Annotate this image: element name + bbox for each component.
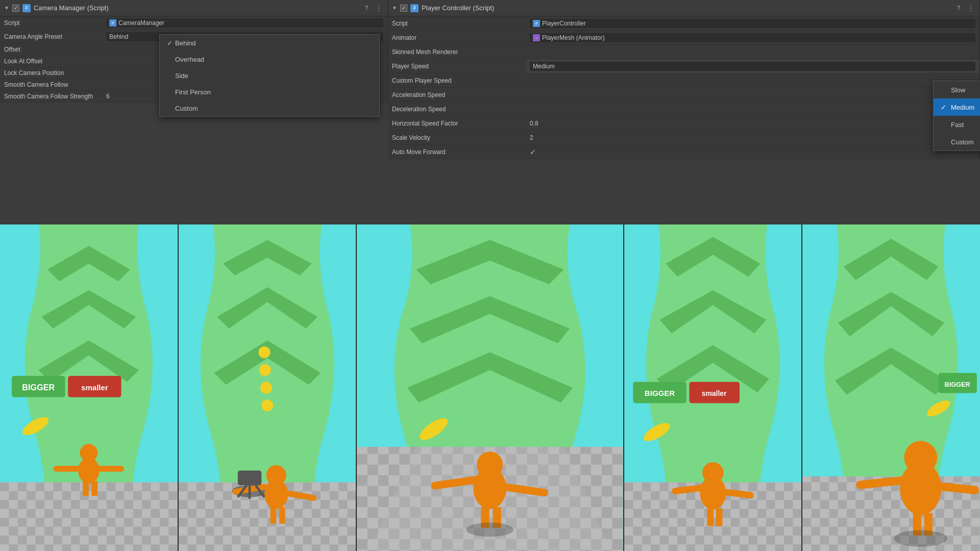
offset-label: Offset <box>4 46 106 53</box>
pc-script-asset[interactable]: # PlayerController <box>530 19 975 28</box>
pc-speed-value: Medium <box>533 63 555 70</box>
dropdown-item-side[interactable]: Side <box>160 67 379 84</box>
pc-custompspeed-value-row <box>526 73 979 88</box>
pc-hspeedfactor-row: Horizontal Speed Factor <box>388 116 526 131</box>
svg-point-47 <box>467 522 514 537</box>
pc-decelspeed-value-row <box>526 102 979 116</box>
dropdown-item-firstperson[interactable]: First Person <box>160 84 379 100</box>
speed-label-custom: Custom <box>951 138 974 146</box>
pc-script-row: Script <box>388 16 526 31</box>
smooth-camera-label: Smooth Camera Follow <box>4 81 106 88</box>
component-enabled-checkbox[interactable]: ✓ <box>12 5 19 12</box>
svg-rect-7 <box>53 466 86 472</box>
pc-enabled-checkbox[interactable]: ✓ <box>400 5 407 12</box>
player-controller-panel: ▼ ✓ # Player Controller (Script) ? ⋮ Scr… <box>388 0 980 159</box>
script-asset-name: CameraManager <box>118 19 164 27</box>
player-speed-dropdown: Slow ✓ Medium Fast Custom <box>933 81 980 151</box>
player-controller-title: Player Controller (Script) <box>422 4 951 12</box>
pc-help-button[interactable]: ? <box>954 4 963 13</box>
svg-point-42 <box>477 452 503 478</box>
context-menu-button[interactable]: ⋮ <box>374 4 383 13</box>
dropdown-item-overhead[interactable]: Overhead <box>160 51 379 67</box>
pc-scalevel-value[interactable]: 2 <box>530 134 975 141</box>
pc-hspeedfactor-value-row[interactable]: 0.8 <box>526 116 979 131</box>
pc-labels-column: Script Animator Skinned Mesh Renderer Pl… <box>388 16 526 159</box>
pc-animator-value-row[interactable]: → PlayerMesh (Animator) <box>526 31 979 45</box>
checkmark-behind: ✓ <box>167 39 175 47</box>
pc-context-button[interactable]: ⋮ <box>966 4 975 13</box>
svg-point-79 <box>894 530 947 546</box>
pc-accelspeed-label: Acceleration Speed <box>392 91 494 98</box>
pc-playerspeed-value-row[interactable]: Medium <box>526 59 979 73</box>
svg-text:BIGGER: BIGGER <box>22 383 55 392</box>
svg-point-74 <box>904 441 938 474</box>
pc-scalevel-row: Scale Velocity <box>388 131 526 145</box>
script-icon: # <box>22 4 31 12</box>
svg-rect-26 <box>270 507 276 523</box>
game-panel-4: BIGGER smaller <box>624 224 803 551</box>
camera-manager-panel: ▼ ✓ # Camera Manager (Script) ? ⋮ Script… <box>0 0 388 103</box>
svg-text:BIGGER: BIGGER <box>645 389 675 397</box>
pc-playerspeed-row: Player Speed <box>388 59 526 73</box>
speed-item-medium[interactable]: ✓ Medium <box>934 98 980 116</box>
pc-autoforward-value-row[interactable]: ✓ <box>526 145 979 159</box>
pc-autoforward-row: Auto Move Forward <box>388 145 526 159</box>
pc-collapse-arrow[interactable]: ▼ <box>392 5 397 11</box>
dropdown-item-custom[interactable]: Custom <box>160 100 379 116</box>
pc-speed-selector[interactable]: Medium <box>530 62 975 71</box>
pc-script-name: PlayerController <box>542 20 586 27</box>
camera-angle-selected: Behind <box>109 33 128 40</box>
svg-rect-63 <box>707 508 714 526</box>
pc-animator-label: Animator <box>392 34 494 41</box>
svg-text:smaller: smaller <box>702 389 727 397</box>
inspector-overlay: ▼ ✓ # Camera Manager (Script) ? ⋮ Script… <box>0 0 980 224</box>
pc-animator-icon: → <box>533 34 540 41</box>
svg-point-60 <box>702 462 724 484</box>
pc-accelspeed-value-row <box>526 88 979 102</box>
pc-hspeedfactor-label: Horizontal Speed Factor <box>392 120 494 127</box>
speed-item-fast[interactable]: Fast <box>934 116 980 133</box>
dropdown-label-firstperson: First Person <box>175 88 211 96</box>
svg-point-29 <box>260 382 272 393</box>
pc-animator-asset[interactable]: → PlayerMesh (Animator) <box>530 33 975 42</box>
pc-scalevel-value-row[interactable]: 2 <box>526 131 979 145</box>
dropdown-label-side: Side <box>175 72 188 80</box>
camera-angle-dropdown: ✓ Behind Overhead Side First Person Cust… <box>159 34 380 117</box>
speed-item-slow[interactable]: Slow <box>934 81 980 98</box>
svg-rect-10 <box>92 481 98 496</box>
player-controller-header: ▼ ✓ # Player Controller (Script) ? ⋮ <box>388 0 979 16</box>
game-panel-3 <box>357 224 624 551</box>
speed-label-slow: Slow <box>951 86 965 94</box>
pc-script-file-icon: # <box>533 20 540 27</box>
pc-skinned-label: Skinned Mesh Renderer <box>392 48 494 56</box>
help-button[interactable]: ? <box>362 4 371 13</box>
collapse-arrow-icon[interactable]: ▼ <box>4 5 9 11</box>
pc-decelspeed-label: Deceleration Speed <box>392 106 494 113</box>
pc-hspeedfactor-value[interactable]: 0.8 <box>530 120 975 127</box>
svg-rect-64 <box>716 508 722 526</box>
svg-rect-27 <box>279 507 285 523</box>
game-panel-1: BIGGER smaller <box>0 224 179 551</box>
pc-animator-name: PlayerMesh (Animator) <box>542 34 605 41</box>
pc-custompspeed-label: Custom Player Speed <box>392 77 494 84</box>
dropdown-item-behind[interactable]: ✓ Behind <box>160 35 379 51</box>
script-asset-ref[interactable]: # CameraManager <box>106 18 383 28</box>
pc-autoforward-checkbox[interactable]: ✓ <box>530 148 536 156</box>
pc-animator-row: Animator <box>388 31 526 45</box>
svg-point-31 <box>258 346 270 358</box>
pc-script-icon: # <box>410 4 419 12</box>
camera-manager-title: Camera Manager (Script) <box>34 4 359 12</box>
pc-values-column: # PlayerController → PlayerMesh (Animato… <box>526 16 979 159</box>
pc-autoforward-label: Auto Move Forward <box>392 148 494 156</box>
svg-point-28 <box>261 399 273 411</box>
pc-script-value-row[interactable]: # PlayerController <box>526 16 979 31</box>
game-panel-5: BIGGER <box>802 224 980 551</box>
script-label: Script <box>4 19 106 27</box>
speed-item-custom[interactable]: Custom <box>934 133 980 151</box>
pc-script-label: Script <box>392 20 494 27</box>
dropdown-label-behind: Behind <box>175 39 195 47</box>
svg-point-6 <box>80 444 97 462</box>
speed-label-fast: Fast <box>951 121 964 129</box>
pc-skinned-row: Skinned Mesh Renderer <box>388 45 526 59</box>
pc-skinned-value-row <box>526 45 979 59</box>
